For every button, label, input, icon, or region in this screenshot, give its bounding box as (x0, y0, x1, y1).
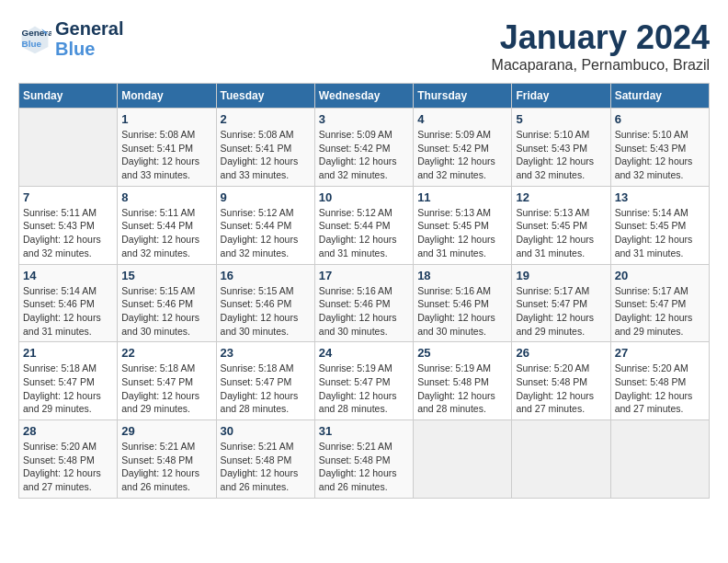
day-info: Sunrise: 5:09 AM Sunset: 5:42 PM Dayligh… (319, 128, 409, 182)
day-info: Sunrise: 5:13 AM Sunset: 5:45 PM Dayligh… (516, 206, 606, 260)
day-number: 3 (319, 112, 409, 126)
calendar-cell: 14 Sunrise: 5:14 AM Sunset: 5:46 PM Dayl… (19, 264, 118, 342)
calendar-table: SundayMondayTuesdayWednesdayThursdayFrid… (18, 83, 710, 499)
day-info: Sunrise: 5:12 AM Sunset: 5:44 PM Dayligh… (221, 206, 311, 260)
calendar-cell: 10 Sunrise: 5:12 AM Sunset: 5:44 PM Dayl… (314, 186, 413, 264)
calendar-cell: 20 Sunrise: 5:17 AM Sunset: 5:47 PM Dayl… (610, 264, 709, 342)
day-number: 22 (121, 346, 211, 360)
calendar-week-row: 14 Sunrise: 5:14 AM Sunset: 5:46 PM Dayl… (19, 264, 710, 342)
day-number: 18 (417, 269, 507, 282)
day-info: Sunrise: 5:18 AM Sunset: 5:47 PM Dayligh… (121, 362, 211, 416)
calendar-cell: 22 Sunrise: 5:18 AM Sunset: 5:47 PM Dayl… (118, 342, 216, 420)
day-number: 25 (417, 346, 507, 360)
calendar-cell: 13 Sunrise: 5:14 AM Sunset: 5:45 PM Dayl… (610, 186, 709, 264)
day-info: Sunrise: 5:20 AM Sunset: 5:48 PM Dayligh… (516, 362, 606, 416)
calendar-week-row: 28 Sunrise: 5:20 AM Sunset: 5:48 PM Dayl… (19, 420, 710, 499)
day-info: Sunrise: 5:13 AM Sunset: 5:45 PM Dayligh… (417, 206, 507, 260)
day-info: Sunrise: 5:08 AM Sunset: 5:41 PM Dayligh… (121, 128, 211, 182)
calendar-cell: 28 Sunrise: 5:20 AM Sunset: 5:48 PM Dayl… (19, 420, 118, 499)
calendar-cell: 29 Sunrise: 5:21 AM Sunset: 5:48 PM Dayl… (118, 420, 216, 499)
day-number: 13 (615, 190, 705, 204)
day-info: Sunrise: 5:21 AM Sunset: 5:48 PM Dayligh… (121, 440, 211, 494)
calendar-cell: 30 Sunrise: 5:21 AM Sunset: 5:48 PM Dayl… (216, 420, 314, 499)
day-info: Sunrise: 5:18 AM Sunset: 5:47 PM Dayligh… (23, 362, 113, 416)
calendar-title: January 2024 (492, 18, 710, 57)
day-info: Sunrise: 5:19 AM Sunset: 5:47 PM Dayligh… (319, 362, 409, 416)
day-info: Sunrise: 5:15 AM Sunset: 5:46 PM Dayligh… (221, 284, 311, 339)
day-info: Sunrise: 5:10 AM Sunset: 5:43 PM Dayligh… (516, 128, 606, 182)
day-number: 8 (121, 190, 211, 204)
weekday-header: Saturday (610, 84, 709, 109)
calendar-week-row: 7 Sunrise: 5:11 AM Sunset: 5:43 PM Dayli… (19, 186, 710, 264)
day-number: 28 (23, 424, 113, 438)
day-info: Sunrise: 5:17 AM Sunset: 5:47 PM Dayligh… (516, 284, 606, 339)
calendar-cell (414, 420, 512, 499)
day-number: 17 (319, 269, 409, 282)
day-info: Sunrise: 5:16 AM Sunset: 5:46 PM Dayligh… (417, 284, 507, 339)
calendar-week-row: 1 Sunrise: 5:08 AM Sunset: 5:41 PM Dayli… (19, 109, 710, 187)
calendar-cell: 6 Sunrise: 5:10 AM Sunset: 5:43 PM Dayli… (610, 109, 709, 187)
calendar-cell: 25 Sunrise: 5:19 AM Sunset: 5:48 PM Dayl… (414, 342, 512, 420)
svg-text:Blue: Blue (22, 39, 42, 49)
logo-icon: General Blue (18, 22, 51, 55)
day-number: 12 (516, 190, 606, 204)
day-number: 11 (417, 190, 507, 204)
title-block: January 2024 Macaparana, Pernambuco, Bra… (492, 18, 710, 74)
calendar-cell: 21 Sunrise: 5:18 AM Sunset: 5:47 PM Dayl… (19, 342, 118, 420)
calendar-cell: 23 Sunrise: 5:18 AM Sunset: 5:47 PM Dayl… (216, 342, 314, 420)
day-number: 26 (516, 346, 606, 360)
day-number: 4 (417, 112, 507, 126)
day-info: Sunrise: 5:10 AM Sunset: 5:43 PM Dayligh… (615, 128, 705, 182)
calendar-cell: 3 Sunrise: 5:09 AM Sunset: 5:42 PM Dayli… (314, 109, 413, 187)
day-info: Sunrise: 5:15 AM Sunset: 5:46 PM Dayligh… (121, 284, 211, 339)
calendar-cell: 19 Sunrise: 5:17 AM Sunset: 5:47 PM Dayl… (512, 264, 610, 342)
day-number: 20 (615, 269, 705, 282)
calendar-cell: 8 Sunrise: 5:11 AM Sunset: 5:44 PM Dayli… (118, 186, 216, 264)
calendar-cell (512, 420, 610, 499)
calendar-cell: 16 Sunrise: 5:15 AM Sunset: 5:46 PM Dayl… (216, 264, 314, 342)
day-number: 24 (319, 346, 409, 360)
calendar-cell: 11 Sunrise: 5:13 AM Sunset: 5:45 PM Dayl… (414, 186, 512, 264)
day-info: Sunrise: 5:08 AM Sunset: 5:41 PM Dayligh… (221, 128, 311, 182)
calendar-cell: 5 Sunrise: 5:10 AM Sunset: 5:43 PM Dayli… (512, 109, 610, 187)
day-number: 7 (23, 190, 113, 204)
day-number: 19 (516, 269, 606, 282)
weekday-header: Sunday (19, 84, 118, 109)
day-info: Sunrise: 5:14 AM Sunset: 5:46 PM Dayligh… (23, 284, 113, 339)
day-info: Sunrise: 5:19 AM Sunset: 5:48 PM Dayligh… (417, 362, 507, 416)
day-number: 9 (221, 190, 311, 204)
calendar-cell: 27 Sunrise: 5:20 AM Sunset: 5:48 PM Dayl… (610, 342, 709, 420)
day-info: Sunrise: 5:12 AM Sunset: 5:44 PM Dayligh… (319, 206, 409, 260)
weekday-header: Monday (118, 84, 216, 109)
calendar-cell: 1 Sunrise: 5:08 AM Sunset: 5:41 PM Dayli… (118, 109, 216, 187)
weekday-header: Friday (512, 84, 610, 109)
page-header: General Blue GeneralBlue January 2024 Ma… (18, 18, 710, 74)
day-number: 6 (615, 112, 705, 126)
calendar-cell: 4 Sunrise: 5:09 AM Sunset: 5:42 PM Dayli… (414, 109, 512, 187)
header-row: SundayMondayTuesdayWednesdayThursdayFrid… (19, 84, 710, 109)
day-info: Sunrise: 5:20 AM Sunset: 5:48 PM Dayligh… (23, 440, 113, 494)
day-info: Sunrise: 5:21 AM Sunset: 5:48 PM Dayligh… (221, 440, 311, 494)
day-number: 29 (121, 424, 211, 438)
calendar-subtitle: Macaparana, Pernambuco, Brazil (492, 57, 710, 74)
logo: General Blue GeneralBlue (18, 18, 123, 59)
logo-text: GeneralBlue (55, 18, 123, 59)
day-info: Sunrise: 5:18 AM Sunset: 5:47 PM Dayligh… (221, 362, 311, 416)
day-number: 5 (516, 112, 606, 126)
day-number: 16 (221, 269, 311, 282)
day-number: 10 (319, 190, 409, 204)
calendar-cell: 12 Sunrise: 5:13 AM Sunset: 5:45 PM Dayl… (512, 186, 610, 264)
calendar-cell: 7 Sunrise: 5:11 AM Sunset: 5:43 PM Dayli… (19, 186, 118, 264)
calendar-cell (610, 420, 709, 499)
weekday-header: Thursday (414, 84, 512, 109)
weekday-header: Tuesday (216, 84, 314, 109)
day-number: 14 (23, 269, 113, 282)
calendar-cell: 26 Sunrise: 5:20 AM Sunset: 5:48 PM Dayl… (512, 342, 610, 420)
day-info: Sunrise: 5:09 AM Sunset: 5:42 PM Dayligh… (417, 128, 507, 182)
day-number: 30 (221, 424, 311, 438)
calendar-cell: 24 Sunrise: 5:19 AM Sunset: 5:47 PM Dayl… (314, 342, 413, 420)
day-info: Sunrise: 5:20 AM Sunset: 5:48 PM Dayligh… (615, 362, 705, 416)
day-number: 23 (221, 346, 311, 360)
calendar-cell: 9 Sunrise: 5:12 AM Sunset: 5:44 PM Dayli… (216, 186, 314, 264)
day-info: Sunrise: 5:21 AM Sunset: 5:48 PM Dayligh… (319, 440, 409, 494)
